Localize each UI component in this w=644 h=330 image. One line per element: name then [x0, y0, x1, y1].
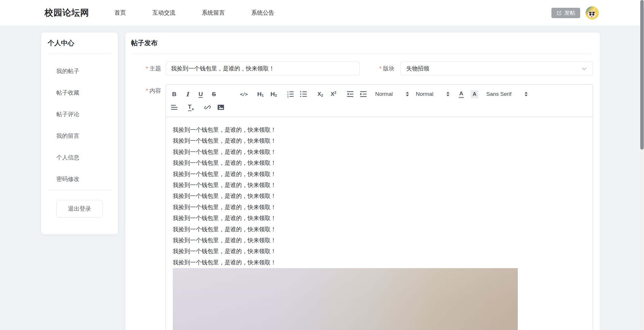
- scrollbar-thumb[interactable]: [640, 0, 644, 150]
- board-label: * 版块: [360, 65, 394, 73]
- header-picker-group: Normal: [416, 91, 449, 97]
- sidebar-title: 个人中心: [48, 39, 74, 47]
- italic-button[interactable]: I: [183, 89, 192, 99]
- logout-button[interactable]: 退出登录: [56, 200, 103, 218]
- sidebar-menu-item-label: 帖子评论: [56, 110, 79, 118]
- editor-paragraph: 我捡到一个钱包里，是谁的，快来领取！: [173, 235, 586, 246]
- content-label-text: 内容: [150, 87, 161, 95]
- sidebar-menu-item[interactable]: 帖子评论: [41, 104, 118, 125]
- editor-paragraph: 我捡到一个钱包里，是谁的，快来领取！: [173, 180, 586, 190]
- editor-paragraph: 我捡到一个钱包里，是谁的，快来领取！: [173, 190, 586, 201]
- font-picker-value: Sans Serif: [486, 91, 511, 97]
- board-select-value: 失物招领: [406, 65, 429, 73]
- editor-paragraph: 我捡到一个钱包里，是谁的，快来领取！: [173, 169, 586, 180]
- editor-toolbar: B I U S ” </> H1 H2: [166, 85, 593, 117]
- main-nav: 首页互动交流系统留言系统公告: [114, 9, 274, 17]
- site-logo: 校园论坛网: [45, 7, 89, 19]
- bullet-list-icon: [300, 90, 307, 98]
- subscript-button[interactable]: X2: [315, 89, 325, 99]
- editor-paragraph: 我捡到一个钱包里，是谁的，快来领取！: [173, 224, 586, 235]
- editor-paragraph: 我捡到一个钱包里，是谁的，快来领取！: [173, 135, 586, 146]
- indent-button[interactable]: [359, 89, 368, 99]
- nav-link[interactable]: 互动交流: [152, 9, 175, 17]
- header-1-icon: H: [257, 91, 262, 98]
- list-group: 1 2 3: [285, 89, 308, 99]
- link-icon: [204, 104, 211, 111]
- post-publish-panel: 帖子发布 * 主题 * 版块 失物招领 *: [125, 33, 600, 330]
- clean-format-button[interactable]: T x: [186, 102, 196, 112]
- background-color-button[interactable]: A: [469, 89, 479, 99]
- sidebar-menu-item-label: 个人信息: [56, 154, 79, 161]
- script-group: X2 X2: [315, 89, 338, 99]
- avatar-art: [592, 13, 594, 16]
- bold-button[interactable]: B: [169, 89, 179, 99]
- header-2-num: 2: [275, 93, 277, 98]
- clean-group: T x: [186, 102, 196, 112]
- link-button[interactable]: [203, 102, 212, 112]
- header-1-button[interactable]: H1: [256, 89, 265, 99]
- sidebar-menu-item-label: 我的帖子: [56, 67, 79, 75]
- blockquote-button[interactable]: ”: [226, 89, 235, 99]
- subscript-icon: X: [317, 91, 321, 97]
- nav-link[interactable]: 首页: [114, 9, 126, 17]
- background-color-icon: A: [471, 90, 478, 98]
- header-picker[interactable]: Normal: [416, 91, 449, 97]
- block-group: ” </>: [226, 89, 249, 99]
- editor-content[interactable]: 我捡到一个钱包里，是谁的，快来领取！我捡到一个钱包里，是谁的，快来领取！我捡到一…: [166, 117, 593, 330]
- subject-input[interactable]: [166, 62, 360, 75]
- strikethrough-icon: S: [212, 91, 216, 98]
- content-label: * 内容: [132, 84, 161, 95]
- logout-area: 退出登录: [41, 190, 118, 218]
- indent-group: [345, 89, 368, 99]
- image-button[interactable]: [216, 102, 226, 112]
- required-mark: *: [146, 65, 148, 72]
- page: 校园论坛网 首页互动交流系统留言系统公告 发帖: [0, 0, 644, 330]
- outdent-button[interactable]: [345, 89, 355, 99]
- sidebar-menu-item[interactable]: 个人信息: [41, 147, 118, 168]
- rich-text-editor: B I U S ” </> H1 H2: [166, 84, 593, 330]
- sidebar-menu-item[interactable]: 密码修改: [41, 168, 118, 190]
- sidebar-menu-item[interactable]: 帖子收藏: [41, 82, 118, 104]
- superscript-button[interactable]: X2: [329, 89, 338, 99]
- insert-group: [203, 102, 226, 112]
- ordered-list-icon: 1 2 3: [287, 90, 294, 98]
- format-group: B I U S: [169, 89, 219, 99]
- editor-paragraph: 我捡到一个钱包里，是谁的，快来领取！: [173, 124, 586, 135]
- heading-group: H1 H2: [256, 89, 279, 99]
- board-select[interactable]: 失物招领: [400, 62, 593, 75]
- editor-paragraph: 我捡到一个钱包里，是谁的，快来领取！: [173, 246, 586, 257]
- font-picker[interactable]: Sans Serif: [486, 91, 528, 97]
- edit-pencil-icon: [556, 10, 562, 16]
- sidebar-menu-item[interactable]: 我的留言: [41, 125, 118, 147]
- nav-link[interactable]: 系统公告: [251, 9, 274, 17]
- page-title: 帖子发布: [131, 39, 158, 47]
- align-button[interactable]: [169, 102, 179, 112]
- svg-text:3: 3: [287, 96, 289, 98]
- header-picker-value: Normal: [416, 91, 433, 97]
- avatar-art: [592, 12, 595, 13]
- sidebar-menu-item[interactable]: 我的帖子: [41, 60, 118, 82]
- app-header: 校园论坛网 首页互动交流系统留言系统公告 发帖: [0, 0, 644, 26]
- subscript-num: 2: [321, 94, 323, 98]
- header-1-num: 1: [262, 93, 264, 98]
- picker-arrows-icon: [406, 92, 409, 96]
- profile-sidebar: 个人中心 我的帖子帖子收藏帖子评论我的留言个人信息密码修改 退出登录: [41, 33, 118, 234]
- editor-paragraph: 我捡到一个钱包里，是谁的，快来领取！: [173, 157, 586, 168]
- page-scrollbar[interactable]: [640, 0, 644, 330]
- nav-link[interactable]: 系统留言: [202, 9, 225, 17]
- strikethrough-button[interactable]: S: [209, 89, 219, 99]
- new-post-button[interactable]: 发帖: [551, 8, 580, 18]
- code-block-button[interactable]: </>: [239, 89, 249, 99]
- board-label-text: 版块: [383, 65, 394, 73]
- underline-button[interactable]: U: [196, 89, 206, 99]
- size-picker[interactable]: Normal: [375, 91, 409, 97]
- wallet-photo-image[interactable]: [173, 268, 518, 330]
- ordered-list-button[interactable]: 1 2 3: [285, 89, 295, 99]
- code-block-icon: </>: [240, 91, 248, 97]
- text-color-button[interactable]: A: [456, 89, 466, 99]
- bullet-list-button[interactable]: [299, 89, 308, 99]
- header-2-button[interactable]: H2: [269, 89, 279, 99]
- user-avatar[interactable]: [586, 6, 599, 20]
- superscript-num: 2: [334, 91, 336, 95]
- text-color-icon: A: [459, 90, 464, 98]
